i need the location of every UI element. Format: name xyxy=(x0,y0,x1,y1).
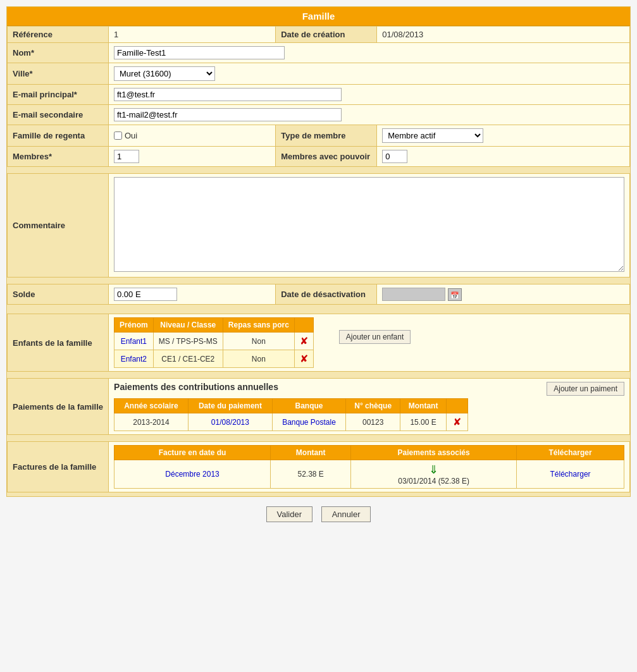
enfants-content: Prénom Niveau / Classe Repas sans porc E… xyxy=(109,314,630,372)
paiements-title: Paiements des contributions annuelles xyxy=(114,382,468,392)
commentaire-textarea[interactable] xyxy=(114,177,624,272)
date-desactivation-input[interactable] xyxy=(382,288,445,301)
calendar-icon[interactable]: 📅 xyxy=(448,288,462,301)
bottom-buttons: Valider Annuler xyxy=(6,497,631,532)
table-row: Décembre 2013 52.38 E ⇓ 03/01/2014 (52.3… xyxy=(114,460,624,489)
ajouter-paiement-button[interactable]: Ajouter un paiment xyxy=(547,382,624,396)
commentaire-label: Commentaire xyxy=(8,174,109,278)
reference-label: Référence xyxy=(8,27,109,43)
paiements-col-banque: Banque xyxy=(273,399,346,413)
table-row: Enfant1 MS / TPS-PS-MS Non ✘ xyxy=(114,333,314,350)
membres-input[interactable] xyxy=(114,150,139,163)
table-row: 2013-2014 01/08/2013 Banque Postale 0012… xyxy=(114,413,468,431)
download-icon: ⇓ xyxy=(429,463,438,476)
factures-col-facture: Facture en date du xyxy=(114,446,271,460)
enfants-col-niveau: Niveau / Classe xyxy=(153,318,223,333)
date-creation-label: Date de création xyxy=(276,27,377,43)
type-membre-label: Type de membre xyxy=(276,125,377,147)
email-secondaire-label: E-mail secondaire xyxy=(8,105,109,125)
telecharger-link[interactable]: Télécharger xyxy=(550,470,591,479)
date-desactivation-cell: 📅 xyxy=(377,284,630,305)
valider-button[interactable]: Valider xyxy=(266,506,313,522)
famille-regenta-checkbox[interactable] xyxy=(114,131,122,140)
ajouter-enfant-button[interactable]: Ajouter un enfant xyxy=(339,330,411,344)
email-principal-input[interactable] xyxy=(114,88,342,101)
type-membre-select[interactable]: Membre actif xyxy=(382,128,483,143)
famille-regenta-cell: Oui xyxy=(109,125,276,147)
paiements-table: Année scolaire Date du paiement Banque N… xyxy=(114,398,468,431)
date-creation-value: 01/08/2013 xyxy=(377,27,630,43)
enfant-repas: Non xyxy=(223,350,294,368)
paiements-col-date: Date du paiement xyxy=(188,399,272,413)
membres-label: Membres* xyxy=(8,147,109,167)
type-membre-cell: Membre actif xyxy=(377,125,630,147)
paiements-label: Paiements de la famille xyxy=(8,379,109,435)
membres-pouvoir-input[interactable] xyxy=(382,150,407,163)
table-row: Enfant2 CE1 / CE1-CE2 Non ✘ xyxy=(114,350,314,368)
membres-pouvoir-cell xyxy=(377,147,630,167)
delete-paiement-icon[interactable]: ✘ xyxy=(453,417,461,427)
factures-label: Factures de la famille xyxy=(8,442,109,492)
facture-montant: 52.38 E xyxy=(271,460,351,489)
paiement-montant: 15.00 E xyxy=(400,413,447,431)
paiements-col-annee: Année scolaire xyxy=(114,399,189,413)
facture-date-link[interactable]: Décembre 2013 xyxy=(165,470,219,479)
delete-enfant-icon[interactable]: ✘ xyxy=(300,353,308,364)
nom-label: Nom* xyxy=(8,43,109,63)
email-principal-cell xyxy=(109,85,630,105)
factures-col-montant: Montant xyxy=(271,446,351,460)
email-principal-label: E-mail principal* xyxy=(8,85,109,105)
enfant-niveau: CE1 / CE1-CE2 xyxy=(153,350,223,368)
famille-regenta-label: Famille de regenta xyxy=(8,125,109,147)
commentaire-cell xyxy=(109,174,630,278)
enfants-label: Enfants de la famille xyxy=(8,314,109,372)
enfants-col-repas: Repas sans porc xyxy=(223,318,294,333)
paiements-col-montant: Montant xyxy=(400,399,447,413)
factures-content: Facture en date du Montant Paiements ass… xyxy=(109,442,630,492)
enfant-prenom-link[interactable]: Enfant1 xyxy=(121,337,147,346)
solde-label: Solde xyxy=(8,284,109,305)
paiement-date-link[interactable]: 01/08/2013 xyxy=(211,418,249,427)
enfant-repas: Non xyxy=(223,333,294,350)
enfants-col-prenom: Prénom xyxy=(114,318,154,333)
date-desactivation-label: Date de désactivation xyxy=(276,284,377,305)
factures-col-telecharger: Télécharger xyxy=(517,446,624,460)
factures-col-paiements: Paiements associés xyxy=(351,446,517,460)
enfant-prenom-link[interactable]: Enfant2 xyxy=(121,355,147,363)
membres-pouvoir-label: Membres avec pouvoir xyxy=(276,147,377,167)
ville-label: Ville* xyxy=(8,63,109,85)
oui-label: Oui xyxy=(125,131,137,140)
solde-cell xyxy=(109,284,276,305)
reference-value: 1 xyxy=(109,27,276,43)
email-secondaire-cell xyxy=(109,105,630,125)
membres-cell xyxy=(109,147,276,167)
solde-input[interactable] xyxy=(114,288,177,301)
annuler-button[interactable]: Annuler xyxy=(321,506,371,522)
nom-input[interactable] xyxy=(114,46,285,59)
paiements-content: Paiements des contributions annuelles An… xyxy=(109,379,630,435)
factures-table: Facture en date du Montant Paiements ass… xyxy=(114,445,624,489)
delete-enfant-icon[interactable]: ✘ xyxy=(300,336,308,346)
ville-cell: Muret (31600) xyxy=(109,63,630,85)
paiement-cheque: 00123 xyxy=(345,413,400,431)
paiements-col-cheque: N° chèque xyxy=(345,399,400,413)
page-title: Famille xyxy=(7,7,630,26)
enfant-niveau: MS / TPS-PS-MS xyxy=(153,333,223,350)
paiement-banque-link[interactable]: Banque Postale xyxy=(282,418,336,427)
facture-paiements: ⇓ 03/01/2014 (52.38 E) xyxy=(351,460,517,489)
email-secondaire-input[interactable] xyxy=(114,108,342,121)
nom-cell xyxy=(109,43,630,63)
ville-select[interactable]: Muret (31600) xyxy=(114,66,215,81)
paiement-annee: 2013-2014 xyxy=(114,413,189,431)
enfants-table: Prénom Niveau / Classe Repas sans porc E… xyxy=(114,317,314,368)
